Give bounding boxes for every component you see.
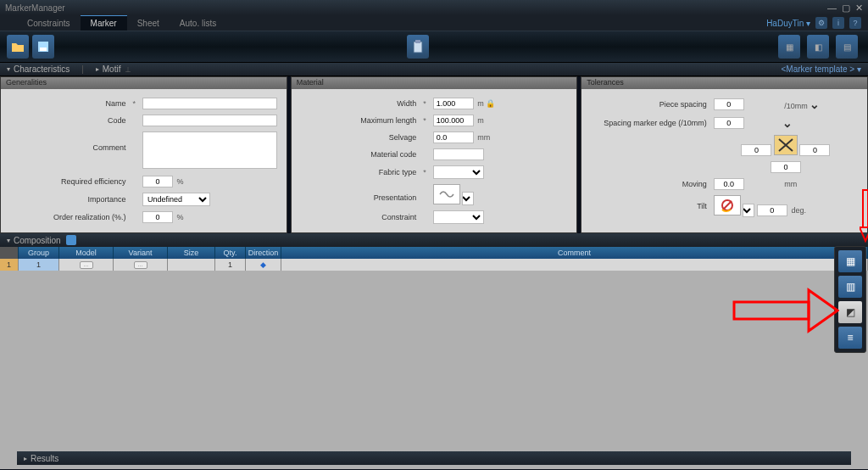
col-model: Model — [59, 247, 114, 259]
col-direction: Direction — [246, 247, 281, 259]
info-icon[interactable]: i — [832, 17, 844, 29]
results-label: Results — [31, 454, 58, 463]
tab-marker[interactable]: Marker — [81, 15, 127, 31]
edge-bottom-input[interactable] — [771, 161, 801, 173]
piece-spacing-label: Piece spacing — [588, 96, 709, 113]
tolerances-panel: Tolerances Piece spacing/10mm ⌄ Spacing … — [581, 76, 868, 233]
col-comment: Comment — [281, 247, 868, 259]
tool-button-2[interactable]: ◧ — [807, 35, 829, 59]
svg-marker-9 — [809, 290, 837, 331]
importance-select[interactable]: Undefined — [142, 193, 210, 206]
lock-icon[interactable]: 🔒 — [486, 99, 495, 108]
code-input[interactable] — [142, 115, 277, 126]
main-toolbar: ▦ ◧ ▤ — [0, 31, 868, 63]
cell-variant[interactable]: … — [114, 259, 168, 271]
annotation-arrow-right — [732, 287, 839, 334]
generalities-header: Generalities — [1, 77, 287, 89]
presentation-picker[interactable] — [433, 184, 460, 204]
dock-button-2[interactable]: ▥ — [838, 276, 862, 298]
tool-button-3[interactable]: ▤ — [836, 35, 858, 59]
order-real-label: Order realization (%.) — [8, 210, 129, 225]
tab-bar: Constraints Marker Sheet Auto. lists HaD… — [0, 15, 868, 31]
minimize-button[interactable]: — — [827, 3, 837, 14]
close-button[interactable]: ✕ — [855, 3, 863, 14]
svg-rect-1 — [40, 48, 47, 51]
composition-grid-header: Group Model Variant Size Qty. Direction … — [0, 247, 868, 259]
cell-size[interactable] — [168, 259, 215, 271]
maxlen-input[interactable] — [433, 115, 474, 126]
options-icon[interactable]: ⚙ — [815, 17, 827, 29]
save-button[interactable] — [32, 35, 54, 59]
cell-qty[interactable]: 1 — [215, 259, 246, 271]
svg-marker-7 — [860, 227, 868, 241]
edge-left-input[interactable] — [741, 144, 771, 156]
row-number: 1 — [0, 259, 19, 271]
motif-expand-icon[interactable]: ▸ — [96, 65, 99, 73]
marker-template-dropdown[interactable]: <Marker template > ▾ — [782, 64, 862, 74]
piece-spacing-input[interactable] — [714, 98, 744, 110]
presentation-dropdown[interactable] — [462, 192, 474, 205]
generalities-panel: Generalities Name* Code Comment Required… — [0, 76, 287, 233]
composition-collapse-icon[interactable]: ▾ — [7, 237, 10, 244]
composition-tool-icon[interactable] — [66, 235, 76, 245]
constraint-label: Constraint — [298, 209, 420, 226]
comment-input[interactable] — [142, 131, 277, 169]
name-input[interactable] — [142, 98, 277, 109]
material-panel: Material Width* m 🔒 Maximum length* m Se… — [291, 76, 578, 233]
moving-input[interactable] — [714, 178, 744, 190]
order-real-input[interactable] — [142, 211, 173, 223]
matcode-label: Material code — [298, 147, 420, 162]
maximize-button[interactable]: ▢ — [842, 3, 850, 14]
motif-pin-icon[interactable]: ⟂ — [125, 64, 131, 74]
clipboard-button[interactable] — [407, 35, 429, 59]
dock-button-3[interactable]: ◩ — [838, 301, 862, 323]
characteristics-label: Characteristics — [14, 64, 70, 74]
cell-direction[interactable]: ◆ — [246, 259, 281, 271]
cell-model[interactable]: … — [59, 259, 114, 271]
spacing-edge-label: Spacing marker edge (/10mm) — [588, 115, 709, 131]
tilt-dropdown[interactable] — [743, 204, 754, 217]
tilt-icon — [714, 195, 741, 215]
tilt-input[interactable] — [757, 204, 787, 216]
tab-constraints[interactable]: Constraints — [17, 15, 81, 31]
spacing-edge-input[interactable] — [714, 117, 744, 129]
moving-label: Moving — [588, 176, 709, 192]
col-size: Size — [168, 247, 215, 259]
width-input[interactable] — [433, 98, 474, 109]
selvage-label: Selvage — [298, 130, 420, 145]
edge-right-input[interactable] — [799, 144, 830, 156]
tab-autolists[interactable]: Auto. lists — [170, 15, 226, 31]
selvage-input[interactable] — [433, 131, 474, 143]
user-menu[interactable]: HaDuyTin ▾ — [766, 19, 810, 28]
collapse-icon[interactable]: ▾ — [7, 65, 10, 73]
svg-rect-6 — [863, 190, 868, 227]
dock-button-4[interactable]: ≡ — [838, 327, 862, 349]
cell-group[interactable]: 1 — [19, 259, 59, 271]
constraint-select[interactable] — [433, 210, 484, 224]
titlebar: MarkerManager — ▢ ✕ — [0, 0, 868, 15]
fabrictype-select[interactable] — [433, 165, 484, 179]
maxlen-label: Maximum length — [298, 113, 420, 128]
tool-button-1[interactable]: ▦ — [778, 35, 800, 59]
window-controls: — ▢ ✕ — [827, 3, 863, 14]
matcode-input[interactable] — [433, 148, 484, 160]
open-button[interactable] — [7, 35, 29, 59]
svg-line-5 — [723, 201, 732, 210]
material-header: Material — [292, 77, 577, 89]
req-eff-input[interactable] — [142, 176, 173, 187]
presentation-label: Presentation — [298, 182, 420, 207]
chevron-down-icon[interactable]: ⌄ — [810, 98, 820, 111]
table-row[interactable]: 1 1 … … 1 ◆ — [0, 259, 868, 271]
col-qty: Qty. — [215, 247, 246, 259]
dock-button-1[interactable]: ▦ — [838, 250, 862, 272]
cell-comment[interactable] — [281, 259, 868, 271]
variant-browse-button[interactable]: … — [134, 261, 147, 269]
results-expand-icon[interactable]: ▸ — [24, 455, 27, 462]
help-icon[interactable]: ? — [849, 17, 861, 29]
annotation-arrow-down — [860, 188, 868, 243]
tab-sheet[interactable]: Sheet — [127, 15, 170, 31]
width-label: Width — [298, 96, 420, 111]
model-browse-button[interactable]: … — [80, 261, 93, 269]
edge-diagram-icon — [774, 135, 798, 155]
chevron-down-icon-2[interactable]: ⌄ — [782, 116, 793, 130]
